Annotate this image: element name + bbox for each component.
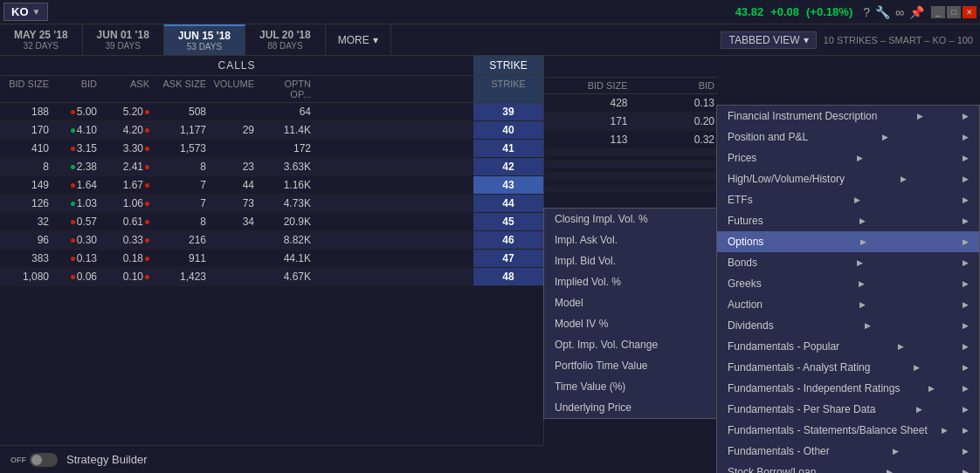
more-label: MORE (338, 34, 369, 46)
tab-jun01[interactable]: JUN 01 '18 39 DAYS (83, 24, 164, 55)
dropdown-right-item[interactable]: Options▶ (717, 231, 979, 252)
cell-ask-size: 1,573 (153, 140, 210, 157)
tab-jun15[interactable]: JUN 15 '18 53 DAYS (164, 24, 245, 55)
dropdown-right-item[interactable]: High/Low/Volume/History▶ (717, 168, 979, 189)
table-row: 8 2.38 2.41 8 23 3.63K 42 (0, 158, 543, 176)
view-menu-dropdown[interactable]: Financial Instrument Description▶Positio… (716, 105, 980, 473)
dropdown-right-item[interactable]: Fundamentals - Per Share Data▶ (717, 399, 979, 420)
cell-optn: 8.82K (258, 231, 314, 249)
dropdown-left-item[interactable]: Impl. Bid Vol. (544, 250, 717, 271)
puts-table-row (544, 161, 718, 168)
submenu-arrow-icon: ▶ (860, 237, 866, 246)
strategy-builder-label: Strategy Builder (66, 453, 148, 466)
cell-bid: 2.38 (52, 158, 100, 175)
dropdown-left-item[interactable]: Impl. Ask Vol. (544, 230, 717, 250)
dropdown-right-item[interactable]: Stock Borrow/Loan▶ (717, 462, 979, 473)
dropdown-right-item[interactable]: Position and P&L▶ (717, 127, 979, 147)
cell-ask-size: 911 (153, 250, 210, 267)
ask-dot-icon (145, 220, 149, 224)
dropdown-left-item[interactable]: Underlying Price (544, 397, 717, 418)
question-icon[interactable]: ? (863, 5, 870, 19)
col-bid-size: BID SIZE (0, 76, 52, 102)
puts-bid-size (544, 149, 631, 154)
dropdown-right-item-label: Fundamentals - Statements/Balance Sheet (728, 424, 928, 436)
dropdown-left-item[interactable]: Portfolio Time Value (544, 355, 717, 376)
close-button[interactable]: ✕ (963, 6, 977, 18)
tab-jul20[interactable]: JUL 20 '18 88 DAYS (245, 24, 326, 55)
col-volume: VOLUME (210, 76, 258, 102)
tab-jul20-days: 88 DAYS (267, 41, 302, 51)
table-row: 1,080 0.06 0.10 1,423 4.67K 48 (0, 268, 543, 286)
more-button[interactable]: MORE ▾ (326, 24, 391, 55)
ticker-symbol: KO (11, 5, 29, 18)
submenu-arrow-icon: ▶ (942, 426, 948, 435)
dropdown-right-item-label: Fundamentals - Analyst Rating (728, 361, 870, 374)
submenu-arrow-icon: ▶ (857, 154, 863, 162)
ask-dot-icon (145, 238, 149, 243)
tabbed-view-chevron-icon: ▾ (804, 34, 809, 46)
dropdown-left-item[interactable]: Model IV % (544, 313, 717, 334)
table-row: 170 4.10 4.20 1,177 29 11.4K 40 (0, 121, 543, 140)
puts-bid (631, 186, 719, 191)
cell-ask-size: 1,423 (153, 268, 210, 285)
cell-bid-size: 149 (0, 176, 52, 194)
toggle-knob (31, 455, 42, 465)
cell-bid: 5.00 (52, 103, 100, 120)
dropdown-left-item[interactable]: Opt. Imp. Vol. Change (544, 334, 717, 355)
toggle-control[interactable] (30, 453, 58, 467)
column-chooser-dropdown[interactable]: Closing Impl. Vol. %Impl. Ask Vol.Impl. … (543, 208, 718, 419)
maximize-button[interactable]: □ (947, 6, 961, 18)
calls-header: CALLS (0, 56, 473, 75)
cell-volume: 23 (210, 158, 258, 175)
dropdown-right-item[interactable]: Fundamentals - Popular▶ (717, 336, 979, 357)
dropdown-right-item[interactable]: Financial Instrument Description▶ (717, 106, 979, 127)
calls-rows: 188 5.00 5.20 508 64 39 170 4.10 4.20 (0, 103, 543, 286)
puts-bid (631, 161, 719, 167)
dropdown-right-item[interactable]: Prices▶ (717, 147, 979, 168)
dropdown-right-item[interactable]: Bonds▶ (717, 252, 979, 273)
dropdown-right-item-label: ETFs (728, 194, 753, 206)
calls-table: CALLS STRIKE BID SIZE BID ASK ASK SIZE V… (0, 56, 543, 445)
cell-ask: 5.20 (100, 103, 153, 120)
settings-icon[interactable]: 🔧 (875, 5, 890, 19)
cell-ask-size: 7 (153, 195, 210, 212)
submenu-arrow-icon: ▶ (887, 468, 893, 473)
dropdown-left-item[interactable]: Closing Impl. Vol. % (544, 209, 717, 230)
dropdown-right-item[interactable]: ETFs▶ (717, 189, 979, 210)
ticker-box[interactable]: KO ▼ (3, 3, 48, 21)
cell-ask: 0.33 (100, 231, 153, 249)
cell-bid: 1.03 (52, 195, 100, 212)
dropdown-right-item[interactable]: Fundamentals - Other▶ (717, 441, 979, 462)
dropdown-right-item[interactable]: Dividends▶ (717, 315, 979, 336)
link-icon[interactable]: ∞ (895, 5, 904, 19)
top-bar: KO ▼ 43.82 +0.08 (+0.18%) ? 🔧 ∞ 📌 _ □ ✕ (0, 0, 980, 24)
dropdown-right-item[interactable]: Fundamentals - Independent Ratings▶ (717, 378, 979, 399)
dropdown-right-item-label: Greeks (728, 278, 762, 290)
puts-bid-size: 171 (544, 113, 631, 130)
ask-dot-icon (145, 165, 149, 169)
puts-table-row (544, 149, 718, 155)
dropdown-right-item-label: High/Low/Volume/History (728, 173, 845, 185)
dropdown-left-item[interactable]: Time Value (%) (544, 376, 717, 397)
dropdown-right-item[interactable]: Greeks▶ (717, 273, 979, 294)
dropdown-left-item[interactable]: Model (544, 292, 717, 313)
cell-bid: 0.57 (52, 213, 100, 230)
cell-ask: 2.41 (100, 158, 153, 175)
dropdown-right-item[interactable]: Futures▶ (717, 210, 979, 231)
strategy-builder-toggle[interactable]: OFF (10, 453, 58, 467)
dropdown-right-item-label: Futures (728, 215, 763, 227)
tab-may25-date: MAY 25 '18 (14, 29, 68, 41)
tabbed-view-button[interactable]: TABBED VIEW ▾ (721, 31, 816, 49)
minimize-button[interactable]: _ (931, 6, 945, 18)
dropdown-right-item[interactable]: Fundamentals - Analyst Rating▶ (717, 357, 979, 378)
dropdown-right-item[interactable]: Auction▶ (717, 294, 979, 315)
cell-optn: 4.73K (258, 195, 314, 212)
dropdown-left-item[interactable]: Implied Vol. % (544, 271, 717, 292)
puts-bid: 0.13 (631, 94, 719, 112)
window-controls: _ □ ✕ (931, 6, 977, 18)
submenu-arrow-icon: ▶ (901, 175, 907, 183)
tab-may25[interactable]: MAY 25 '18 32 DAYS (0, 24, 83, 55)
pin-icon[interactable]: 📌 (909, 5, 924, 19)
tab-may25-days: 32 DAYS (24, 41, 59, 51)
dropdown-right-item[interactable]: Fundamentals - Statements/Balance Sheet▶ (717, 420, 979, 441)
